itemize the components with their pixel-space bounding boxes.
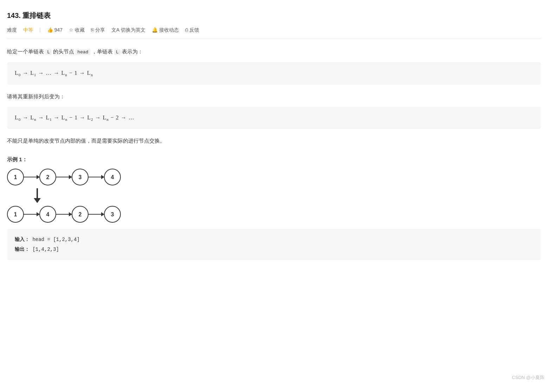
formula-text-2: L0 → Ln → L1 → Ln − 1 → L2 → Ln − 2 → … (15, 115, 135, 120)
output-line: 输出： [1,4,2,3] (15, 244, 533, 254)
notify-label: 接收动态 (159, 26, 179, 34)
output-value: [1,4,2,3] (32, 247, 59, 252)
code-head: head (76, 49, 90, 55)
formula-text-1: L0 → L1 → … → Ln − 1 → Ln (15, 70, 93, 76)
bell-icon: 🔔 (152, 26, 158, 34)
difficulty-value: 中等 (23, 26, 33, 34)
node-top-2: 2 (39, 169, 56, 185)
constraint-text: 不能只是单纯的改变节点内部的值，而是需要实际的进行节点交换。 (7, 136, 541, 145)
arrow-top-2 (56, 177, 72, 177)
formula-block-2: L0 → Ln → L1 → Ln − 1 → L2 → Ln − 2 → … (7, 107, 541, 129)
share-icon: ⎘ (91, 26, 94, 34)
like-button[interactable]: 👍 947 (47, 26, 63, 34)
page-container: 143. 重排链表 难度 中等 | 👍 947 ☆ 收藏 ⎘ 分享 文A 切换为… (0, 0, 555, 392)
arrow-top-1 (24, 177, 39, 177)
down-arrow-container (7, 188, 541, 203)
page-title: 143. 重排链表 (7, 10, 541, 21)
node-top-3: 3 (72, 169, 89, 185)
node-top-4: 4 (104, 169, 121, 185)
feedback-label: 反馈 (189, 26, 199, 34)
arrow-head (34, 198, 41, 203)
description-1: 给定一个单链表 L 的头节点 head ，单链表 L 表示为： (7, 47, 541, 56)
code-L-2: L (114, 49, 120, 55)
share-label: 分享 (95, 26, 105, 34)
bookmark-label: 收藏 (75, 26, 85, 34)
linked-list-bottom: 1 4 2 3 (7, 206, 541, 223)
linked-list-top: 1 2 3 4 (7, 169, 541, 185)
description-2: 请将其重新排列后变为： (7, 92, 541, 101)
node-bottom-3: 3 (104, 206, 121, 223)
arrow-bottom-2 (56, 214, 72, 215)
bookmark-button[interactable]: ☆ 收藏 (69, 26, 85, 34)
like-icon: 👍 (47, 26, 53, 34)
diagram-container: 1 2 3 4 1 4 2 (7, 169, 541, 223)
watermark: CSDN @小夏阵 (512, 374, 544, 381)
lang-switch-label: 切换为英文 (121, 26, 145, 34)
node-top-1: 1 (7, 169, 24, 185)
input-value: head = [1,2,3,4] (32, 237, 79, 242)
example-section: 示例 1： 1 2 3 4 1 (7, 155, 541, 260)
notify-button[interactable]: 🔔 接收动态 (152, 26, 179, 34)
node-bottom-1: 1 (7, 206, 24, 223)
node-bottom-2: 2 (72, 206, 89, 223)
input-line: 输入： head = [1,2,3,4] (15, 235, 533, 244)
like-count: 947 (54, 26, 63, 34)
formula-block-1: L0 → L1 → … → Ln − 1 → Ln (7, 62, 541, 85)
meta-bar: 难度 中等 | 👍 947 ☆ 收藏 ⎘ 分享 文A 切换为英文 🔔 接收动态 … (7, 26, 541, 39)
share-button[interactable]: ⎘ 分享 (91, 26, 105, 34)
example-io-block: 输入： head = [1,2,3,4] 输出： [1,4,2,3] (7, 229, 541, 260)
input-label: 输入： (15, 237, 30, 242)
arrow-top-3 (89, 177, 104, 177)
arrow-shaft (37, 188, 38, 198)
arrow-bottom-1 (24, 214, 39, 215)
output-label: 输出： (15, 247, 30, 252)
code-L-1: L (45, 49, 52, 55)
node-bottom-4: 4 (39, 206, 56, 223)
difficulty-label: 难度 (7, 26, 17, 34)
example-label: 示例 1： (7, 155, 541, 164)
feedback-icon: ⎙ (185, 26, 188, 34)
translate-icon: 文A (111, 26, 119, 34)
lang-switch-button[interactable]: 文A 切换为英文 (111, 26, 145, 34)
star-icon: ☆ (69, 26, 73, 34)
down-arrow (34, 188, 41, 203)
arrow-bottom-3 (89, 214, 104, 215)
feedback-button[interactable]: ⎙ 反馈 (185, 26, 199, 34)
